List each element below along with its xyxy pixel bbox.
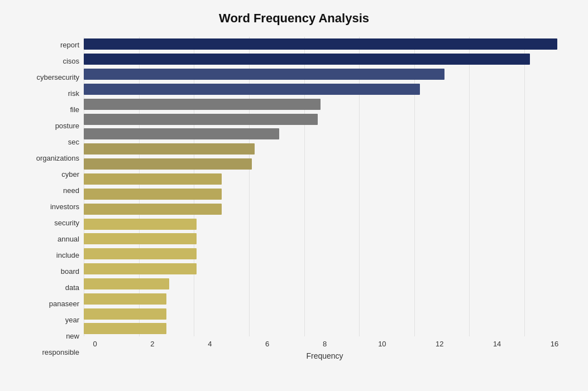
bar-row-cybersecurity [84, 67, 566, 81]
x-axis-wrapper: 0246810121416 Frequency [84, 336, 566, 360]
bar-row-new [84, 307, 566, 321]
bar-organizations [84, 143, 255, 155]
bar-row-file [84, 97, 566, 112]
bar-board [84, 248, 197, 259]
x-tick-16: 16 [543, 340, 566, 348]
bar-sec [84, 128, 279, 139]
bar-posture [84, 114, 318, 125]
bar-new [84, 308, 166, 320]
y-label-responsible: responsible [42, 345, 80, 360]
y-label-data: data [65, 281, 79, 295]
y-label-board: board [61, 264, 79, 279]
bar-data [84, 263, 197, 274]
bar-investors [84, 189, 222, 200]
y-label-report: report [60, 38, 79, 52]
bar-cisos [84, 54, 530, 65]
bars-section: 0246810121416 Frequency [84, 37, 566, 360]
x-tick-12: 12 [428, 340, 451, 348]
x-tick-4: 4 [199, 340, 221, 348]
y-label-sec: sec [68, 135, 79, 149]
bar-row-investors [84, 187, 566, 201]
bar-row-responsible [84, 321, 566, 336]
x-tick-8: 8 [314, 340, 336, 348]
y-label-risk: risk [68, 86, 79, 101]
chart-area: reportcisoscybersecurityriskfilepostures… [22, 37, 566, 360]
chart-container: Word Frequency Analysis reportcisoscyber… [0, 0, 588, 391]
x-tick-0: 0 [84, 340, 106, 348]
y-label-panaseer: panaseer [49, 297, 79, 311]
x-tick-10: 10 [371, 340, 393, 348]
y-label-include: include [56, 248, 79, 263]
x-tick-6: 6 [256, 340, 279, 348]
bar-report [84, 38, 557, 50]
bar-row-sec [84, 127, 566, 141]
bar-row-organizations [84, 142, 566, 156]
bar-row-need [84, 172, 566, 186]
y-label-file: file [70, 103, 79, 117]
bar-panaseer [84, 278, 169, 289]
bar-row-security [84, 202, 566, 216]
y-label-organizations: organizations [36, 151, 79, 166]
y-label-year: year [65, 313, 79, 327]
y-label-cisos: cisos [63, 54, 79, 69]
chart-title: Word Frequency Analysis [22, 11, 566, 26]
x-tick-14: 14 [486, 340, 508, 348]
y-label-cyber: cyber [61, 167, 79, 182]
bar-annual [84, 219, 197, 230]
bar-row-cisos [84, 52, 566, 66]
bar-file [84, 99, 321, 110]
x-axis-title: Frequency [84, 351, 566, 360]
bar-year [84, 293, 166, 305]
bar-include [84, 233, 197, 244]
y-label-investors: investors [50, 200, 79, 214]
y-labels: reportcisoscybersecurityriskfilepostures… [22, 37, 84, 360]
bar-row-cyber [84, 157, 566, 171]
y-label-annual: annual [58, 232, 79, 247]
bar-need [84, 173, 222, 185]
y-label-cybersecurity: cybersecurity [36, 70, 79, 85]
y-label-posture: posture [55, 119, 79, 133]
bar-row-data [84, 262, 566, 276]
bar-cyber [84, 158, 252, 170]
y-label-security: security [54, 216, 79, 230]
bar-row-risk [84, 82, 566, 96]
x-tick-2: 2 [141, 340, 164, 348]
bar-cybersecurity [84, 69, 444, 80]
bar-row-include [84, 231, 566, 246]
y-label-need: need [63, 184, 79, 198]
bar-row-board [84, 247, 566, 261]
bar-row-annual [84, 217, 566, 231]
bar-row-posture [84, 112, 566, 127]
bar-responsible [84, 323, 166, 334]
y-label-new: new [66, 329, 79, 344]
bar-risk [84, 84, 420, 95]
bar-row-panaseer [84, 277, 566, 291]
bar-row-report [84, 37, 566, 51]
bar-row-year [84, 292, 566, 306]
bar-security [84, 204, 222, 215]
bars-area [84, 37, 566, 336]
